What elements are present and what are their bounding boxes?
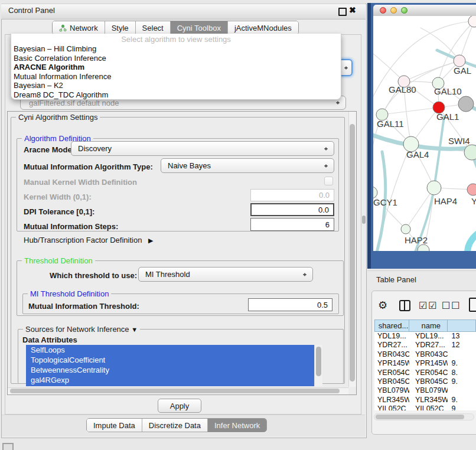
mi-steps-field[interactable]: 6: [250, 218, 334, 231]
export-table-icon[interactable]: [469, 298, 476, 312]
group-title: Cyni Algorithm Settings: [16, 113, 100, 122]
network-window-titlebar[interactable]: [373, 5, 476, 17]
algorithm-option-aracne[interactable]: ARACNE Algorithm: [11, 63, 341, 72]
node-pink[interactable]: [467, 184, 476, 195]
combo-arrows-icon: [344, 64, 348, 71]
data-attributes-list: SelfLoops TopologicalCoefficient Between…: [26, 345, 322, 386]
node-gcy1[interactable]: [373, 187, 377, 198]
screen: Control Panel ✖ Network Style Select Cyn…: [0, 0, 476, 450]
dpi-tolerance-label: DPI Tolerance [0,1]:: [24, 207, 94, 216]
table-row[interactable]: YPR145WYPR145W9.: [374, 359, 476, 368]
attribute-item[interactable]: SelfLoops: [26, 345, 322, 355]
table-hscrollbar-thumb[interactable]: [376, 415, 464, 419]
tab-impute-data[interactable]: Impute Data: [87, 419, 142, 432]
network-view-canvas[interactable]: GAL GAL80 GAL10 GAL1 GAL11 GAL4 SWI4 GCY…: [373, 16, 476, 251]
minimize-traffic-light-icon[interactable]: [390, 7, 397, 14]
aracne-mode-combobox[interactable]: Discovery: [71, 141, 334, 156]
list-vscrollbar[interactable]: [314, 345, 322, 386]
svg-text:GAL80: GAL80: [389, 84, 416, 94]
mi-type-label: Mutual Information Algorithm Type:: [24, 162, 153, 171]
algorithm-option[interactable]: Basic Correlation Inference: [11, 54, 341, 63]
node-hap4[interactable]: [427, 181, 441, 195]
tab-style[interactable]: Style: [105, 21, 136, 34]
mi-type-combobox[interactable]: Naive Bayes: [161, 158, 334, 173]
aracne-mode-label: Aracne Mode:: [24, 145, 74, 154]
column-header-name[interactable]: name: [409, 319, 448, 332]
combo-arrows-icon: [336, 99, 340, 106]
select-all-checkboxes-icon[interactable]: ☑☑: [419, 300, 438, 311]
algorithm-option[interactable]: Dream8 DC_TDC Algorithm: [11, 90, 341, 100]
attribute-item[interactable]: TopologicalCoefficient: [26, 355, 322, 365]
table-row[interactable]: YBR045CYBR045C9.: [374, 377, 476, 386]
tab-cyni-toolbox[interactable]: Cyni Toolbox: [171, 21, 228, 34]
control-panel-titlebar: [1, 4, 366, 19]
zoom-traffic-light-icon[interactable]: [401, 7, 407, 14]
table-row[interactable]: YIL052CYIL052C9: [374, 405, 476, 410]
node[interactable]: [468, 16, 476, 27]
algorithm-option[interactable]: Bayesian – Hill Climbing: [11, 44, 341, 54]
gear-icon[interactable]: ⚙: [378, 299, 387, 312]
dpi-tolerance-field[interactable]: 0.0: [250, 203, 334, 216]
table-row[interactable]: YDR27...YDR27...12: [374, 341, 476, 350]
combo-arrows-icon: [324, 162, 328, 169]
manual-kernel-label: Manual Kernel Width Definition: [24, 178, 137, 187]
table-header-row: shared... name: [374, 319, 476, 332]
manual-kernel-checkbox: [324, 177, 333, 185]
kernel-width-label: Kernel Width (0,1):: [24, 193, 92, 201]
node-hap2[interactable]: [401, 224, 410, 234]
table-row[interactable]: YER054CYER054C8.: [374, 369, 476, 377]
column-header[interactable]: [448, 319, 476, 332]
mi-threshold-field[interactable]: 0.5: [248, 298, 332, 311]
show-columns-icon[interactable]: [399, 300, 410, 311]
attribute-item[interactable]: BetweennessCentrality: [26, 365, 322, 375]
sources-collapse-toggle[interactable]: Sources for Network Inference ▼: [23, 325, 140, 334]
table-row[interactable]: YBR043CYBR043C: [374, 350, 476, 359]
minimized-panel-chip[interactable]: [2, 443, 14, 450]
network-nodes[interactable]: [373, 16, 476, 251]
table-panel-title: Table Panel: [376, 275, 416, 284]
tab-network[interactable]: Network: [53, 21, 105, 34]
svg-text:GAL11: GAL11: [377, 119, 404, 129]
cyni-bottom-tabbar: Impute Data Discretize Data Infer Networ…: [86, 418, 267, 432]
close-icon[interactable]: ✖: [349, 5, 356, 15]
column-header-shared-name[interactable]: shared...: [374, 319, 409, 332]
group-title: Threshold Definition: [22, 256, 95, 265]
kernel-width-field: 0.0: [250, 189, 334, 201]
which-threshold-combobox[interactable]: MI Threshold: [138, 267, 313, 282]
combo-arrows-icon: [303, 271, 307, 278]
node-gal-partial[interactable]: [454, 55, 465, 67]
hub-definition-expander[interactable]: Hub/Transcription Factor Definition ▶: [24, 236, 153, 244]
close-traffic-light-icon[interactable]: [380, 7, 386, 14]
mi-threshold-label: Mutual Information Threshold:: [28, 302, 139, 311]
settings-hscrollbar-thumb[interactable]: [10, 389, 340, 393]
algorithm-dropdown-popup: Select algorithm to view settings Bayesi…: [11, 34, 341, 100]
tab-select[interactable]: Select: [136, 21, 171, 34]
svg-text:SWI4: SWI4: [448, 136, 470, 146]
mi-steps-label: Mutual Information Steps:: [24, 222, 118, 231]
table-row[interactable]: YDL19...YDL19...13: [374, 332, 476, 341]
algorithm-option[interactable]: Bayesian – K2: [11, 81, 341, 90]
tab-discretize-data[interactable]: Discretize Data: [142, 419, 208, 432]
table-row[interactable]: YBL079WYBL079W: [374, 386, 476, 395]
tab-jactivemnodules[interactable]: jActiveMNodules: [228, 21, 298, 34]
list-vscrollbar-thumb[interactable]: [316, 347, 321, 376]
deselect-all-checkboxes-icon[interactable]: ☐☐: [442, 300, 461, 311]
network-node-labels: GAL GAL80 GAL10 GAL1 GAL11 GAL4 SWI4 GCY…: [373, 66, 476, 245]
table-row[interactable]: YLR345WYLR345W9.: [374, 396, 476, 405]
apply-button[interactable]: Apply: [158, 399, 201, 413]
svg-text:GAL4: GAL4: [406, 149, 429, 159]
settings-vscrollbar-thumb[interactable]: [350, 124, 355, 381]
tab-infer-network[interactable]: Infer Network: [208, 419, 266, 432]
control-panel-tabbar: Network Style Select Cyni Toolbox jActiv…: [52, 21, 299, 35]
control-panel-title: Control Panel: [8, 6, 55, 15]
split-pane-handle[interactable]: [362, 216, 366, 224]
expander-right-arrow-icon: ▶: [148, 237, 153, 244]
collapse-down-arrow-icon: ▼: [131, 326, 138, 333]
algorithm-option[interactable]: Mutual Information Inference: [11, 72, 341, 81]
svg-text:GCY1: GCY1: [373, 197, 397, 207]
float-window-icon[interactable]: [338, 8, 347, 16]
svg-text:GAL1: GAL1: [436, 112, 459, 122]
node-gray[interactable]: [458, 96, 474, 112]
attribute-item[interactable]: gal4RGexp: [26, 375, 322, 385]
svg-text:GAL: GAL: [454, 66, 471, 76]
